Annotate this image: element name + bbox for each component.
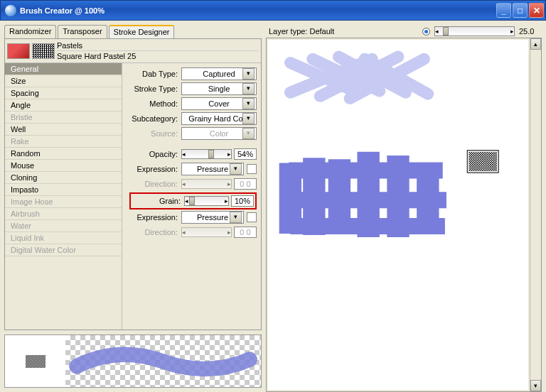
scroll-track[interactable] (530, 50, 541, 380)
subcategory-label: Subcategory: (129, 114, 178, 123)
content: Randomizer Transposer Stroke Designer Pa… (0, 21, 546, 392)
direction1-value: 0 0 (234, 178, 257, 190)
tabs: Randomizer Transposer Stroke Designer (4, 25, 262, 38)
texture-swatch (26, 355, 46, 368)
subcategory-combo[interactable]: Grainy Hard Co... (181, 112, 257, 125)
brush-variant-label: Square Hard Pastel 25 (57, 52, 259, 60)
brush-info: Pastels Square Hard Pastel 25 (57, 41, 259, 60)
expression1-label: Expression: (129, 165, 178, 173)
scroll-up-icon[interactable]: ▴ (530, 38, 541, 50)
expression2-check[interactable] (247, 212, 257, 222)
vertical-scrollbar[interactable]: ▴ ▾ (530, 38, 541, 391)
layer-slider[interactable] (434, 26, 515, 36)
category-item: Image Hose (5, 196, 122, 208)
brush-category-icon[interactable] (7, 43, 30, 59)
window-title: Brush Creator @ 100% (20, 6, 495, 15)
category-item[interactable]: Impasto (5, 184, 122, 196)
maximize-button[interactable]: □ (513, 3, 528, 18)
expression2-label: Expression: (129, 213, 178, 222)
layer-type-label: Layer type: Default (269, 27, 334, 36)
brush-header: Pastels Square Hard Pastel 25 (5, 39, 261, 63)
canvas-strokes (268, 40, 528, 390)
direction2-label: Direction: (129, 228, 178, 236)
direction2-slider (181, 227, 232, 237)
stroke-designer-panel: Pastels Square Hard Pastel 25 GeneralSiz… (4, 38, 262, 330)
left-column: Randomizer Transposer Stroke Designer Pa… (4, 25, 262, 388)
tab-transposer[interactable]: Transposer (58, 25, 107, 38)
layer-slider-value: 25.0 (519, 27, 539, 36)
svg-rect-1 (469, 152, 497, 171)
category-item[interactable]: Size (5, 75, 122, 87)
brush-category-label: Pastels (57, 41, 259, 51)
category-item[interactable]: Mouse (5, 160, 122, 172)
opacity-label: Opacity: (129, 150, 178, 158)
canvas[interactable] (268, 40, 528, 390)
category-item[interactable]: Well (5, 124, 122, 136)
expression2-combo[interactable]: Pressure (181, 211, 244, 224)
dabtype-combo[interactable]: Captured (181, 67, 257, 80)
canvas-wrap: ▴ ▾ (266, 38, 542, 392)
grain-row-highlight: Grain:10% (129, 192, 257, 209)
dab-preview (5, 335, 65, 387)
direction1-slider (181, 179, 232, 189)
opacity-value[interactable]: 54% (234, 148, 257, 160)
scroll-down-icon[interactable]: ▾ (530, 380, 541, 391)
category-item[interactable]: Spacing (5, 87, 122, 99)
tab-stroke-designer[interactable]: Stroke Designer (109, 25, 175, 38)
titlebar: Brush Creator @ 100% _ □ ✕ (0, 0, 546, 21)
preview-strip (4, 334, 262, 388)
category-item[interactable]: Cloning (5, 172, 122, 184)
stroke-preview-svg (65, 335, 261, 387)
opacity-slider[interactable] (181, 149, 232, 159)
category-item: Airbrush (5, 208, 122, 220)
layer-bar: Layer type: Default 25.0 (266, 25, 542, 38)
properties-panel: Dab Type:Captured Stroke Type:Single Met… (122, 63, 261, 330)
source-combo: Color (181, 127, 257, 140)
stroketype-combo[interactable]: Single (181, 82, 257, 95)
direction2-value: 0 0 (234, 227, 257, 238)
category-item[interactable]: Random (5, 148, 122, 160)
method-label: Method: (129, 99, 178, 108)
stroke-preview (65, 335, 261, 387)
grain-label: Grain: (132, 197, 181, 205)
app-icon (5, 5, 16, 16)
dabtype-label: Dab Type: (129, 70, 178, 78)
brush-variant-icon[interactable] (32, 43, 55, 59)
expression1-check[interactable] (247, 164, 257, 174)
tab-randomizer[interactable]: Randomizer (4, 25, 56, 38)
category-item: Water (5, 220, 122, 232)
category-list: GeneralSizeSpacingAngleBristleWellRakeRa… (5, 63, 122, 330)
category-item: Bristle (5, 111, 122, 124)
category-item: Digital Water Color (5, 244, 122, 256)
minimize-button[interactable]: _ (496, 3, 511, 18)
grain-slider[interactable] (184, 196, 229, 206)
source-label: Source: (129, 129, 178, 138)
method-combo[interactable]: Cover (181, 97, 257, 110)
category-item[interactable]: General (5, 63, 122, 75)
layer-radio[interactable] (422, 28, 430, 36)
category-item[interactable]: Angle (5, 99, 122, 111)
expression1-combo[interactable]: Pressure (181, 163, 244, 175)
category-item: Rake (5, 136, 122, 148)
stroketype-label: Stroke Type: (129, 85, 178, 93)
mid-row: GeneralSizeSpacingAngleBristleWellRakeRa… (5, 63, 261, 330)
grain-value[interactable]: 10% (231, 195, 254, 207)
category-item: Liquid Ink (5, 232, 122, 244)
right-column: Layer type: Default 25.0 (266, 25, 542, 388)
close-button[interactable]: ✕ (529, 3, 544, 18)
direction1-label: Direction: (129, 180, 178, 188)
